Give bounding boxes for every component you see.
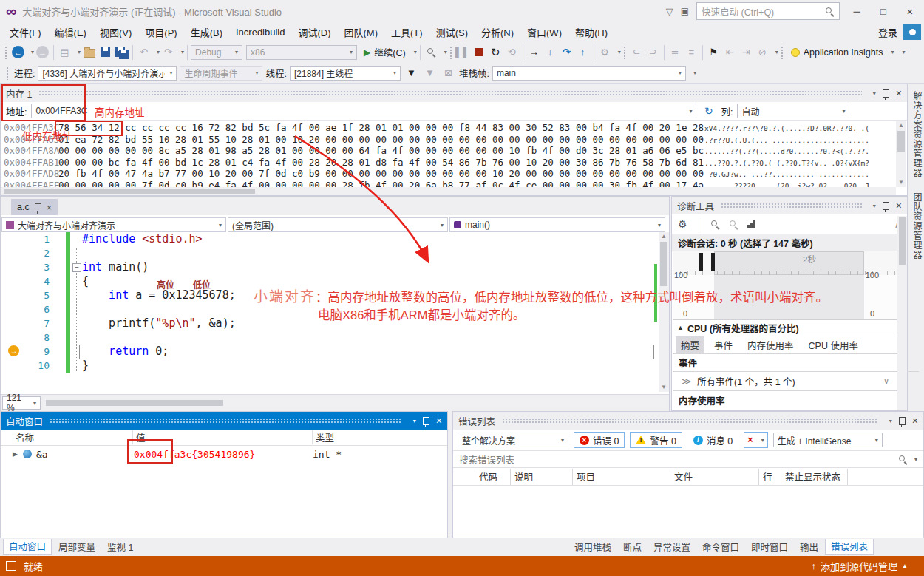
menu-item[interactable]: 测试(S): [429, 23, 475, 41]
close-icon[interactable]: ×: [896, 87, 902, 99]
all-events-item[interactable]: 所有事件(1 个，共 1 个): [697, 374, 795, 388]
search-icon[interactable]: [898, 455, 908, 464]
code-line[interactable]: 3−int main(): [27, 260, 654, 274]
background-tasks-icon[interactable]: [6, 561, 16, 571]
filter-threads-icon[interactable]: ▼: [404, 65, 419, 81]
pause-button[interactable]: ▌▌: [455, 44, 471, 61]
save-button[interactable]: [98, 44, 113, 61]
pin-icon[interactable]: [883, 89, 889, 98]
collapse-icon[interactable]: −: [72, 263, 81, 272]
error-list-titlebar[interactable]: 错误列表 ▾ ×: [453, 412, 923, 430]
filter-button[interactable]: ×▾: [744, 432, 767, 448]
error-column-header[interactable]: 代码: [475, 469, 511, 485]
suspend-threads-icon[interactable]: ⊠: [441, 65, 456, 81]
close-icon[interactable]: ×: [436, 415, 442, 427]
debug-windows-button[interactable]: [424, 44, 439, 61]
error-column-header[interactable]: 行: [759, 469, 781, 485]
step-out-button[interactable]: ↑: [575, 44, 591, 61]
code-line[interactable]: 8: [27, 331, 654, 345]
diagnostics-titlebar[interactable]: 诊断工具 ▾ ×: [672, 197, 907, 214]
refresh-icon[interactable]: ↻: [701, 103, 716, 119]
show-next-statement-button[interactable]: →: [526, 44, 542, 61]
scroll-down-chevron[interactable]: ∨: [883, 376, 889, 386]
maximize-button[interactable]: □: [874, 3, 893, 19]
pin-icon[interactable]: [35, 203, 41, 211]
editor-horizontal-scrollbar[interactable]: [44, 399, 666, 407]
close-button[interactable]: ×: [900, 3, 920, 19]
send-feedback-icon[interactable]: ▽: [666, 6, 673, 17]
minimize-button[interactable]: ─: [847, 3, 866, 19]
new-file-dropdown[interactable]: ▾: [78, 49, 81, 55]
menu-item[interactable]: Incredibuild: [229, 24, 292, 40]
undo-dropdown[interactable]: ▾: [157, 49, 160, 55]
open-file-button[interactable]: [81, 44, 97, 61]
memory-row[interactable]: 0x004FFA8A00 00 00 00 00 00 8c a5 28 01 …: [4, 145, 894, 157]
editor-zoom-combo[interactable]: 121 %▾: [2, 396, 41, 410]
error-search-input[interactable]: 搜索错误列表: [459, 453, 514, 467]
toolbar-grip[interactable]: [449, 46, 453, 59]
bottom-right-tab[interactable]: 即时窗口: [746, 539, 793, 555]
toolbar-overflow[interactable]: ▾: [902, 49, 905, 55]
menu-item[interactable]: 团队(M): [338, 23, 385, 41]
quick-launch-search[interactable]: 快速启动 (Ctrl+Q): [696, 2, 840, 20]
menu-item[interactable]: 编辑(E): [48, 23, 93, 41]
flag-threads-icon[interactable]: ▼: [422, 65, 438, 81]
diagnostics-tab[interactable]: CPU 使用率: [804, 336, 863, 353]
bottom-left-tab[interactable]: 监视 1: [102, 539, 138, 555]
redo-group-icon[interactable]: ⊇: [645, 44, 661, 61]
undo-group-icon[interactable]: ⊆: [629, 44, 645, 61]
bottom-right-tab[interactable]: 断点: [618, 539, 647, 555]
gear-icon[interactable]: ⚙: [678, 218, 687, 230]
expand-arrow-icon[interactable]: ▶: [13, 450, 23, 458]
timeline-ruler[interactable]: 2秒: [673, 251, 897, 276]
bottom-left-tab[interactable]: 局部变量: [53, 539, 101, 555]
event-marker[interactable]: [711, 253, 715, 271]
stop-button[interactable]: [472, 44, 487, 61]
new-file-button[interactable]: ▤: [57, 44, 72, 61]
error-column-header[interactable]: 文件: [670, 469, 759, 485]
current-statement-icon[interactable]: →: [8, 345, 19, 356]
window-position-icon[interactable]: ▾: [413, 418, 416, 424]
notifications-icon[interactable]: ▣: [681, 6, 689, 16]
apply-code-changes-button[interactable]: ⟲: [504, 44, 520, 61]
prev-bookmark-button[interactable]: ⇤: [722, 44, 738, 61]
error-column-header[interactable]: 说明: [511, 469, 573, 485]
zoom-out-icon[interactable]: [729, 220, 738, 229]
diagnostics-scrollbar[interactable]: [897, 216, 907, 410]
clear-bookmarks-button[interactable]: ⊘: [755, 44, 770, 61]
expander-icon[interactable]: ▲: [677, 324, 684, 331]
redo-dropdown[interactable]: ▾: [181, 49, 184, 55]
memory-row[interactable]: 0x004FFAB100 00 00 bc fa 4f 00 bd 1c 28 …: [4, 157, 894, 169]
pin-icon[interactable]: [899, 417, 906, 425]
undo-button[interactable]: ↶: [136, 44, 152, 61]
save-all-button[interactable]: [114, 44, 129, 61]
side-tab[interactable]: 团队资源管理器: [908, 185, 924, 267]
memory-row[interactable]: 0x004FFA3C78 56 34 12 cc cc cc cc 16 72 …: [4, 122, 894, 134]
navigate-forward-button[interactable]: →: [35, 44, 50, 61]
stack-frame-combo[interactable]: main▾: [492, 66, 686, 81]
outdent-icon[interactable]: ≡: [684, 44, 699, 61]
project-dropdown[interactable]: 大端对齐与小端对齐演示▾: [1, 217, 226, 232]
window-position-icon[interactable]: ▾: [873, 203, 876, 209]
navigate-back-dropdown[interactable]: ▾: [31, 49, 34, 55]
memory-window-titlebar[interactable]: 内存 1 ▾ ×: [1, 84, 907, 102]
step-over-button[interactable]: ↷: [559, 44, 574, 61]
bottom-right-tab[interactable]: 输出: [795, 539, 823, 555]
bookmark-button[interactable]: ⚑: [706, 44, 721, 61]
menu-item[interactable]: 文件(F): [3, 23, 48, 41]
redo-button[interactable]: ↷: [160, 44, 176, 61]
side-tab[interactable]: 解决方案资源管理器: [908, 84, 924, 185]
error-column-header[interactable]: 禁止显示状态: [781, 469, 848, 485]
bottom-right-tab[interactable]: 错误列表: [825, 539, 874, 555]
diagnostics-tab[interactable]: 事件: [709, 336, 738, 353]
bottom-right-tab[interactable]: 异常设置: [648, 539, 696, 555]
restart-button[interactable]: ↻: [488, 44, 503, 61]
close-icon[interactable]: ×: [896, 200, 902, 211]
code-line[interactable]: 10}: [27, 359, 654, 373]
next-bookmark-button[interactable]: ⇥: [738, 44, 754, 61]
continue-button[interactable]: ▶ 继续(C) ▾: [364, 45, 417, 59]
memory-row[interactable]: 0x004FFAD820 fb 4f 00 47 4a b7 77 00 10 …: [4, 168, 894, 180]
event-marker[interactable]: [699, 253, 703, 271]
autos-row[interactable]: ▶ &a 0x004ffa3c{305419896} int *: [1, 446, 447, 462]
memory-row[interactable]: 0x004FFA6301 ea 72 82 bd 55 10 28 01 55 …: [4, 134, 894, 146]
